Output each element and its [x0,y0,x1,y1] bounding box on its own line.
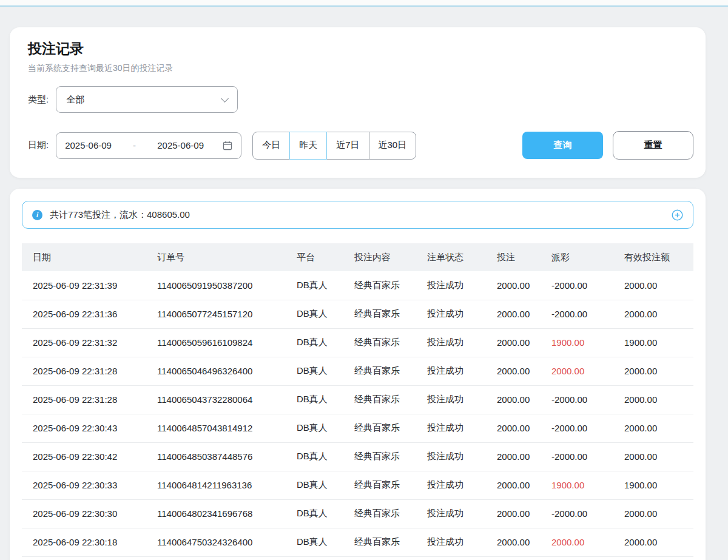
cell-payout: 2000.00 [541,357,613,385]
cell-order-no: 1140064750324326400 [146,528,286,556]
cell-order-no: 1140065077245157120 [146,300,286,328]
cell-order-no: 1140065059616109824 [146,328,286,357]
cell-bet: 2000.00 [486,300,541,328]
bet-records-table: 日期订单号平台投注内容注单状态投注派彩有效投注额 2025-06-09 22:3… [22,243,693,557]
cell-platform: DB真人 [286,357,343,385]
circle-plus-icon[interactable] [672,209,683,221]
cell-valid-bet: 1900.00 [613,471,693,499]
date-end-value: 2025-06-09 [157,140,204,150]
type-select[interactable]: 全部 [56,86,238,113]
cell-status: 投注成功 [416,300,486,328]
cell-date: 2025-06-09 22:30:42 [22,442,146,471]
cell-order-no: 1140065046496326400 [146,357,286,385]
cell-platform: DB真人 [286,414,343,442]
cell-valid-bet: 2000.00 [613,442,693,471]
top-divider [0,0,728,7]
table-row: 2025-06-09 22:31:321140065059616109824DB… [22,328,693,357]
quick-range-button-2[interactable]: 近7日 [326,132,369,160]
column-header: 平台 [286,243,343,271]
cell-payout: -2000.00 [541,385,613,414]
query-button[interactable]: 查询 [522,132,603,159]
table-row: 2025-06-09 22:31:281140065043732280064DB… [22,385,693,414]
table-row: 2025-06-09 22:31:281140065046496326400DB… [22,357,693,385]
table-row: 2025-06-09 22:30:181140064750324326400DB… [22,528,693,556]
chevron-down-icon [221,95,229,103]
quick-range-group: 今日昨天近7日近30日 [252,132,416,160]
column-header: 投注内容 [343,243,416,271]
cell-status: 投注成功 [416,328,486,357]
cell-status: 投注成功 [416,357,486,385]
cell-order-no: 1140064850387448576 [146,442,286,471]
date-label: 日期: [28,140,49,151]
cell-content: 经典百家乐 [343,385,416,414]
cell-valid-bet: 2000.00 [613,300,693,328]
calendar-icon [223,141,232,150]
cell-platform: DB真人 [286,471,343,499]
cell-content: 经典百家乐 [343,471,416,499]
cell-order-no: 1140064857043814912 [146,414,286,442]
column-header: 投注 [486,243,541,271]
cell-platform: DB真人 [286,385,343,414]
cell-date: 2025-06-09 22:31:39 [22,271,146,300]
cell-content: 经典百家乐 [343,357,416,385]
info-icon: i [32,210,42,220]
cell-status: 投注成功 [416,442,486,471]
cell-content: 经典百家乐 [343,499,416,528]
cell-bet: 2000.00 [486,499,541,528]
cell-payout: 1900.00 [541,328,613,357]
table-row: 2025-06-09 22:30:301140064802341696768DB… [22,499,693,528]
cell-order-no: 1140064814211963136 [146,471,286,499]
cell-content: 经典百家乐 [343,414,416,442]
cell-bet: 2000.00 [486,385,541,414]
cell-platform: DB真人 [286,300,343,328]
cell-status: 投注成功 [416,271,486,300]
table-row: 2025-06-09 22:31:361140065077245157120DB… [22,300,693,328]
filter-card: 投注记录 当前系统支持查询最近30日的投注记录 类型: 全部 日期: 2025-… [10,27,706,178]
cell-bet: 2000.00 [486,328,541,357]
cell-bet: 2000.00 [486,271,541,300]
cell-content: 经典百家乐 [343,442,416,471]
results-card: i 共计773笔投注，流水：408605.00 日期订单号平台投注内容注单状态投… [10,189,706,560]
cell-date: 2025-06-09 22:31:36 [22,300,146,328]
cell-valid-bet: 1900.00 [613,328,693,357]
date-filter-row: 日期: 2025-06-09 - 2025-06-09 今日昨天近7日近30日 … [28,131,693,160]
table-row: 2025-06-09 22:30:331140064814211963136DB… [22,471,693,499]
reset-button[interactable]: 重置 [613,131,693,160]
summary-bar: i 共计773笔投注，流水：408605.00 [22,201,693,229]
column-header: 注单状态 [416,243,486,271]
summary-text: 共计773笔投注，流水：408605.00 [50,209,190,221]
cell-status: 投注成功 [416,471,486,499]
cell-valid-bet: 2000.00 [613,385,693,414]
cell-payout: -2000.00 [541,271,613,300]
quick-range-button-0[interactable]: 今日 [252,132,290,160]
cell-bet: 2000.00 [486,528,541,556]
cell-payout: -2000.00 [541,442,613,471]
table-row: 2025-06-09 22:30:421140064850387448576DB… [22,442,693,471]
column-header: 有效投注额 [613,243,693,271]
cell-payout: 1900.00 [541,471,613,499]
cell-date: 2025-06-09 22:30:18 [22,528,146,556]
cell-valid-bet: 2000.00 [613,357,693,385]
cell-bet: 2000.00 [486,414,541,442]
table-row: 2025-06-09 22:31:391140065091950387200DB… [22,271,693,300]
type-label: 类型: [28,94,49,106]
date-range-input[interactable]: 2025-06-09 - 2025-06-09 [56,132,241,159]
quick-range-button-1[interactable]: 昨天 [289,132,327,160]
cell-date: 2025-06-09 22:30:30 [22,499,146,528]
cell-bet: 2000.00 [486,442,541,471]
column-header: 派彩 [541,243,613,271]
cell-bet: 2000.00 [486,471,541,499]
cell-date: 2025-06-09 22:31:32 [22,328,146,357]
cell-platform: DB真人 [286,528,343,556]
cell-status: 投注成功 [416,385,486,414]
cell-order-no: 1140065091950387200 [146,271,286,300]
cell-content: 经典百家乐 [343,328,416,357]
cell-payout: 2000.00 [541,528,613,556]
column-header: 日期 [22,243,146,271]
table-header-row: 日期订单号平台投注内容注单状态投注派彩有效投注额 [22,243,693,271]
cell-content: 经典百家乐 [343,300,416,328]
type-filter-row: 类型: 全部 [28,86,693,113]
quick-range-button-3[interactable]: 近30日 [369,132,417,160]
page-title: 投注记录 [28,39,693,58]
cell-date: 2025-06-09 22:31:28 [22,385,146,414]
